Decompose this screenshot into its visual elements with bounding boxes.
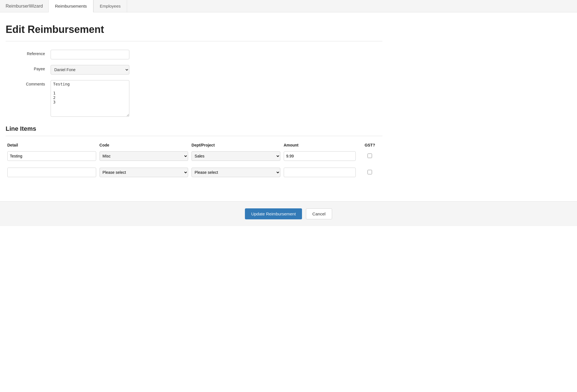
main-content: Edit Reimbursement Reference Payee Danie… [0, 12, 394, 199]
title-divider [6, 41, 382, 41]
row2-gst-checkbox[interactable] [368, 170, 372, 174]
reference-row: Reference [6, 50, 382, 59]
reference-input[interactable] [51, 50, 129, 59]
row1-detail-cell [6, 150, 98, 163]
line-items-section: Line Items Detail Code Dept/Project Amou… [6, 125, 382, 179]
comments-textarea[interactable]: Testing 1 2 3 [51, 80, 129, 117]
row1-dept-cell: Sales [190, 150, 282, 163]
page-title: Edit Reimbursement [6, 24, 382, 35]
form-footer: Update Reimbursement Cancel [0, 201, 577, 226]
row1-dept-select[interactable]: Sales [191, 151, 280, 161]
row2-dept-select[interactable]: Please select [191, 168, 280, 177]
row2-gst-cell [357, 166, 382, 179]
nav-brand: ReimburserWizard [0, 0, 48, 12]
row-separator [6, 163, 382, 166]
col-header-code: Code [98, 141, 190, 150]
row1-amount-cell [282, 150, 357, 163]
row2-amount-cell [282, 166, 357, 179]
row1-gst-checkbox[interactable] [368, 154, 372, 158]
table-row: Please select Please select [6, 166, 382, 179]
row1-gst-cell [357, 150, 382, 163]
comments-label: Comments [6, 80, 51, 86]
cancel-button[interactable]: Cancel [306, 208, 332, 219]
row1-code-cell: Misc [98, 150, 190, 163]
navbar: ReimburserWizard Reimbursements Employee… [0, 0, 577, 12]
row2-detail-input[interactable] [7, 168, 96, 177]
col-header-detail: Detail [6, 141, 98, 150]
line-items-divider [6, 136, 382, 136]
payee-label: Payee [6, 65, 51, 71]
update-reimbursement-button[interactable]: Update Reimbursement [245, 208, 302, 219]
payee-row: Payee Daniel Fone [6, 65, 382, 75]
row2-code-cell: Please select [98, 166, 190, 179]
row1-code-select[interactable]: Misc [100, 151, 188, 161]
row1-detail-input[interactable] [7, 151, 96, 161]
col-header-gst: GST? [357, 141, 382, 150]
row2-code-select[interactable]: Please select [100, 168, 188, 177]
comments-row: Comments Testing 1 2 3 [6, 80, 382, 117]
payee-select[interactable]: Daniel Fone [51, 65, 129, 75]
line-items-title: Line Items [6, 125, 382, 132]
row2-dept-cell: Please select [190, 166, 282, 179]
table-row: Misc Sales [6, 150, 382, 163]
row2-detail-cell [6, 166, 98, 179]
row1-amount-input[interactable] [284, 151, 356, 161]
col-header-amount: Amount [282, 141, 357, 150]
tab-employees[interactable]: Employees [93, 0, 127, 12]
edit-form: Reference Payee Daniel Fone Comments Tes… [6, 50, 382, 117]
reference-label: Reference [6, 50, 51, 56]
line-items-table: Detail Code Dept/Project Amount GST? Mis… [6, 141, 382, 179]
row2-amount-input[interactable] [284, 168, 356, 177]
tab-reimbursements[interactable]: Reimbursements [48, 0, 93, 12]
col-header-dept: Dept/Project [190, 141, 282, 150]
table-header-row: Detail Code Dept/Project Amount GST? [6, 141, 382, 150]
